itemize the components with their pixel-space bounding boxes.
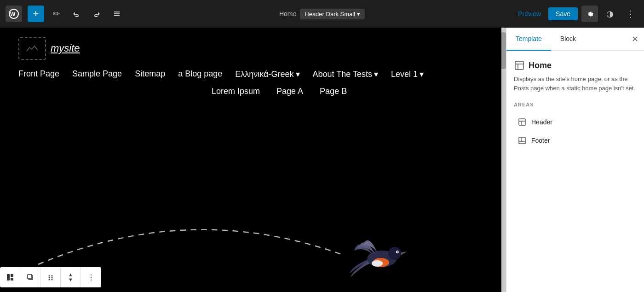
site-logo-area: mysite xyxy=(18,37,488,60)
undo-button[interactable] xyxy=(68,6,85,22)
redo-button[interactable] xyxy=(88,6,105,22)
svg-point-11 xyxy=(397,251,399,253)
canvas-art xyxy=(0,191,506,274)
svg-point-22 xyxy=(51,279,52,280)
save-button[interactable]: Save xyxy=(548,7,578,20)
panel-body: Home Displays as the site's home page, o… xyxy=(506,51,644,292)
logo-placeholder xyxy=(18,37,46,60)
nav-greek[interactable]: Ελληνικά-Greek ▾ xyxy=(235,69,299,79)
contrast-button[interactable]: ◑ xyxy=(602,6,618,22)
svg-point-8 xyxy=(372,260,383,267)
canvas-scrollbar[interactable] xyxy=(501,28,506,292)
svg-rect-12 xyxy=(7,274,10,280)
float-move-buttons[interactable]: ▲ ▼ xyxy=(61,267,81,287)
panel-description: Displays as the site's home page, or as … xyxy=(514,75,637,93)
wp-logo[interactable]: W xyxy=(6,6,22,22)
svg-point-6 xyxy=(388,247,401,260)
edit-mode-button[interactable]: ✏ xyxy=(48,6,64,22)
float-layout-button[interactable] xyxy=(0,267,20,287)
nav-sitemap[interactable]: Sitemap xyxy=(135,69,165,79)
float-drag-button[interactable] xyxy=(40,267,61,287)
nav-sample-page[interactable]: Sample Page xyxy=(72,69,122,79)
bird-image xyxy=(350,232,414,278)
nav-menu: Front Page Sample Page Sitemap a Blog pa… xyxy=(18,69,488,79)
nav-front-page[interactable]: Front Page xyxy=(18,69,59,79)
panel-section-title: Home xyxy=(514,60,637,71)
main-content: mysite Front Page Sample Page Sitemap a … xyxy=(0,28,644,292)
nav-lorem-ipsum[interactable]: Lorem Ipsum xyxy=(212,87,260,96)
document-overview-button[interactable] xyxy=(109,6,125,22)
nav-about-tests[interactable]: About The Tests ▾ xyxy=(313,69,378,79)
svg-rect-14 xyxy=(11,278,13,280)
svg-point-18 xyxy=(51,275,52,277)
site-name[interactable]: mysite xyxy=(51,42,80,54)
canvas-wrapper: mysite Front Page Sample Page Sitemap a … xyxy=(0,28,506,292)
svg-rect-4 xyxy=(114,15,120,16)
template-icon xyxy=(514,60,525,71)
nav-blog-page[interactable]: a Blog page xyxy=(178,69,222,79)
site-header: mysite Front Page Sample Page Sitemap a … xyxy=(0,28,506,110)
svg-point-19 xyxy=(48,277,50,279)
svg-point-20 xyxy=(51,277,52,279)
nav-page-a[interactable]: Page A xyxy=(276,87,303,96)
footer-area-icon xyxy=(518,136,527,145)
breadcrumb-current[interactable]: Header Dark Small ▾ xyxy=(300,9,365,19)
svg-rect-2 xyxy=(114,12,120,12)
canvas-scrollbar-thumb xyxy=(501,32,506,69)
svg-rect-29 xyxy=(519,137,525,144)
canvas[interactable]: mysite Front Page Sample Page Sitemap a … xyxy=(0,28,506,292)
areas-label: AREAS xyxy=(514,102,637,107)
float-more-button[interactable]: ⋮ xyxy=(81,267,101,287)
panel-close-button[interactable]: ✕ xyxy=(632,34,638,44)
preview-button[interactable]: Preview xyxy=(514,8,545,19)
tab-template[interactable]: Template xyxy=(506,28,551,51)
svg-text:W: W xyxy=(10,11,16,18)
nav-page-b[interactable]: Page B xyxy=(320,87,347,96)
submenu-row: Lorem Ipsum Page A Page B xyxy=(18,87,488,96)
tab-block[interactable]: Block xyxy=(551,28,585,51)
settings-button[interactable] xyxy=(581,6,598,22)
main-toolbar: W + ✏ Home Header Dark Small ▾ Preview S… xyxy=(0,0,644,28)
svg-marker-9 xyxy=(401,251,407,255)
svg-rect-3 xyxy=(114,13,120,14)
toolbar-right: Preview Save ◑ ⋮ xyxy=(514,6,638,22)
nav-level1[interactable]: Level 1 ▾ xyxy=(391,69,424,79)
floating-toolbar: ▲ ▼ ⋮ xyxy=(0,267,101,287)
right-panel: Template Block ✕ Home Displays as the si… xyxy=(506,28,644,292)
svg-point-17 xyxy=(48,275,50,277)
more-options-button[interactable]: ⋮ xyxy=(622,6,638,22)
svg-rect-23 xyxy=(515,61,523,70)
area-item-header[interactable]: Header xyxy=(514,113,637,131)
breadcrumb-area: Home Header Dark Small ▾ xyxy=(279,9,365,19)
breadcrumb-home: Home xyxy=(279,10,296,18)
float-duplicate-button[interactable] xyxy=(20,267,40,287)
add-block-button[interactable]: + xyxy=(28,6,44,22)
area-item-footer[interactable]: Footer xyxy=(514,131,637,150)
svg-point-21 xyxy=(48,279,50,280)
panel-header: Template Block ✕ xyxy=(506,28,644,51)
svg-rect-16 xyxy=(28,274,32,279)
svg-rect-26 xyxy=(519,119,525,125)
header-area-icon xyxy=(518,117,527,127)
svg-rect-13 xyxy=(11,274,13,277)
